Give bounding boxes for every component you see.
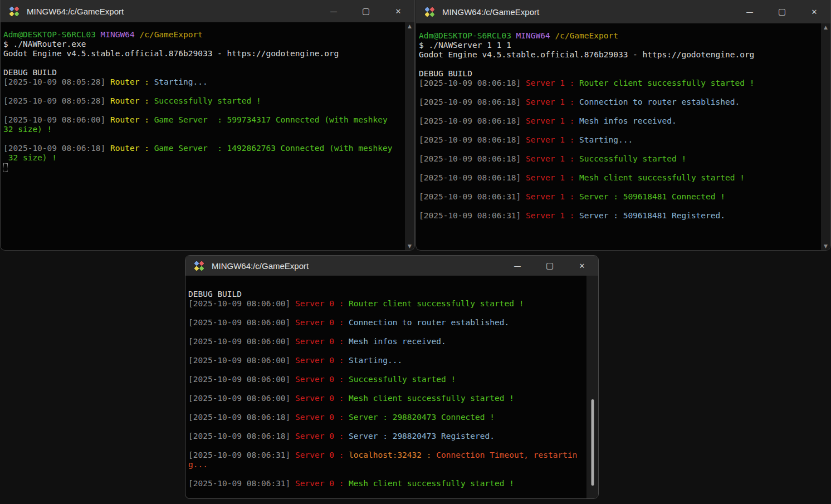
terminal-text-segment: Router : — [110, 115, 154, 124]
terminal-line — [3, 134, 405, 144]
terminal-text-segment: localhost:32432 : — [349, 451, 436, 459]
terminal-line: [2025-10-09 08:06:31] Server 1 : Server … — [419, 211, 821, 221]
terminal-window-server1: MINGW64:/c/GameExport — ▢ ✕ Adm@DESKTOP-… — [416, 0, 831, 251]
terminal-text-segment: Server 0 : — [295, 337, 349, 346]
maximize-button[interactable]: ▢ — [350, 0, 382, 22]
terminal-text-segment: Mesh infos received. — [579, 116, 677, 125]
terminal-line: [2025-10-09 08:06:18] Server 0 : Server … — [188, 413, 586, 422]
terminal-line: g... — [188, 460, 586, 469]
terminal-line: [2025-10-09 08:06:31] Server 1 : Server … — [419, 192, 821, 202]
terminal-text-segment: Godot Engine v4.5.stable.official.876b29… — [419, 50, 754, 59]
terminal-text-segment: Successfully started ! — [579, 154, 686, 163]
terminal-line: DEBUG BUILD — [188, 290, 586, 299]
terminal-line: Godot Engine v4.5.stable.official.876b29… — [3, 49, 405, 58]
terminal-text-segment: 32 size) ! — [3, 125, 52, 134]
scroll-down-icon[interactable]: ▼ — [408, 242, 412, 250]
terminal-line: [2025-10-09 08:06:00] Server 0 : Startin… — [188, 356, 586, 365]
terminal-line: Godot Engine v4.5.stable.official.876b29… — [419, 50, 821, 60]
terminal-line: [2025-10-09 08:06:18] Server 1 : Success… — [419, 154, 821, 164]
terminal-text-segment: g... — [188, 460, 208, 469]
terminal-text-segment: Godot Engine v4.5.stable.official.876b29… — [3, 49, 339, 58]
terminal-text-segment: MINGW64 — [101, 30, 135, 39]
terminal-text-segment: [2025-10-09 08:06:00] — [188, 356, 295, 365]
scrollbar[interactable]: ▲ ▼ — [821, 23, 830, 250]
scroll-down-icon[interactable]: ▼ — [824, 242, 828, 250]
terminal-text-segment: DEBUG BUILD — [419, 69, 472, 78]
window-title: MINGW64:/c/GameExport — [27, 7, 317, 16]
terminal-text-segment: [2025-10-09 08:06:31] — [419, 211, 526, 220]
terminal-text-segment: [2025-10-09 08:06:31] — [188, 451, 295, 459]
terminal-line — [188, 327, 586, 337]
terminal-output[interactable]: Adm@DESKTOP-S6RCL03 MINGW64 /c/GameExpor… — [416, 23, 821, 250]
terminal-line — [3, 163, 405, 172]
terminal-text-segment: [2025-10-09 08:06:18] — [419, 97, 526, 106]
terminal-line: [2025-10-09 08:05:28] Router : Successfu… — [3, 96, 405, 106]
terminal-text-segment: Connection to router established. — [579, 97, 740, 106]
terminal-line: [2025-10-09 08:06:00] Router : Game Serv… — [3, 115, 405, 125]
terminal-line: $ ./NAWRouter.exe — [3, 40, 405, 49]
terminal-line — [419, 164, 821, 173]
terminal-text-segment: Server 1 : — [526, 79, 579, 87]
scrollbar[interactable] — [586, 276, 598, 498]
terminal-line: [2025-10-09 08:06:18] Router : Game Serv… — [3, 144, 405, 153]
close-button[interactable]: ✕ — [798, 0, 830, 23]
terminal-text-segment: Server : 298820473 Connected ! — [349, 413, 495, 422]
terminal-text-segment: [2025-10-09 08:06:00] — [3, 115, 110, 124]
titlebar[interactable]: MINGW64:/c/GameExport — ▢ ✕ — [416, 0, 830, 23]
terminal-output[interactable]: DEBUG BUILD[2025-10-09 08:06:00] Server … — [185, 276, 586, 498]
terminal-text-segment: Game Server : 1492862763 Connected (with… — [154, 144, 393, 153]
terminal-line: [2025-10-09 08:06:00] Server 0 : Router … — [188, 299, 586, 309]
terminal-window-server0: MINGW64:/c/GameExport — ▢ ✕ DEBUG BUILD[… — [185, 255, 599, 499]
scrollbar-thumb[interactable] — [591, 399, 594, 486]
terminal-line — [188, 469, 586, 479]
terminal-line: [2025-10-09 08:06:00] Server 0 : Connect… — [188, 318, 586, 327]
terminal-line: [2025-10-09 08:06:00] Server 0 : Mesh in… — [188, 337, 586, 346]
terminal-line — [419, 183, 821, 192]
terminal-text-segment: [2025-10-09 08:06:00] — [188, 318, 295, 327]
terminal-text-segment: Server 1 : — [526, 116, 579, 125]
terminal-text-segment: Connection Timeout, restartin — [436, 451, 577, 459]
terminal-text-segment: Router client successfully started ! — [579, 79, 754, 87]
maximize-button[interactable]: ▢ — [766, 0, 798, 23]
terminal-text-segment: Server : 298820473 Registered. — [349, 432, 495, 441]
scroll-up-icon[interactable]: ▲ — [824, 23, 828, 31]
terminal-line: [2025-10-09 08:06:18] Server 1 : Connect… — [419, 97, 821, 107]
msys2-app-icon — [8, 6, 20, 17]
scroll-up-icon[interactable]: ▲ — [408, 22, 412, 30]
scrollbar[interactable]: ▲ ▼ — [405, 22, 414, 250]
titlebar[interactable]: MINGW64:/c/GameExport — ▢ ✕ — [1, 0, 414, 22]
terminal-text-segment: Router client successfully started ! — [349, 299, 524, 308]
minimize-button[interactable]: — — [317, 0, 350, 22]
terminal-text-segment: 32 size) ! — [3, 153, 57, 162]
terminal-text-segment: Server 0 : — [295, 375, 349, 384]
terminal-text-segment: Game Server : 599734317 Connected (with … — [154, 115, 388, 124]
terminal-text-segment: Server 0 : — [295, 394, 349, 403]
terminal-text-segment: Server 0 : — [295, 432, 349, 441]
terminal-text-segment — [96, 30, 101, 39]
terminal-line: Adm@DESKTOP-S6RCL03 MINGW64 /c/GameExpor… — [3, 30, 405, 40]
terminal-line: [2025-10-09 08:06:18] Server 0 : Server … — [188, 432, 586, 441]
terminal-text-segment: Mesh infos received. — [349, 337, 446, 346]
terminal-line — [419, 126, 821, 135]
close-button[interactable]: ✕ — [566, 256, 598, 276]
terminal-text-segment: Router : — [110, 144, 154, 153]
minimize-button[interactable]: — — [734, 0, 766, 23]
terminal-line: [2025-10-09 08:05:28] Router : Starting.… — [3, 77, 405, 87]
terminal-line: [2025-10-09 08:06:18] Server 1 : Mesh cl… — [419, 173, 821, 183]
msys2-app-icon — [424, 6, 436, 18]
terminal-line — [419, 88, 821, 97]
terminal-line — [188, 309, 586, 318]
terminal-line — [188, 346, 586, 356]
terminal-cursor — [3, 163, 8, 172]
terminal-text-segment: Starting... — [579, 135, 633, 144]
terminal-text-segment: [2025-10-09 08:06:00] — [188, 375, 295, 384]
minimize-button[interactable]: — — [501, 256, 534, 276]
terminal-output[interactable]: Adm@DESKTOP-S6RCL03 MINGW64 /c/GameExpor… — [1, 22, 405, 250]
terminal-text-segment — [511, 31, 516, 40]
maximize-button[interactable]: ▢ — [534, 256, 566, 276]
titlebar[interactable]: MINGW64:/c/GameExport — ▢ ✕ — [185, 256, 598, 276]
terminal-line — [419, 107, 821, 116]
terminal-text-segment: [2025-10-09 08:06:18] — [419, 79, 526, 87]
terminal-text-segment: Adm@DESKTOP-S6RCL03 — [419, 31, 511, 40]
close-button[interactable]: ✕ — [382, 0, 414, 22]
